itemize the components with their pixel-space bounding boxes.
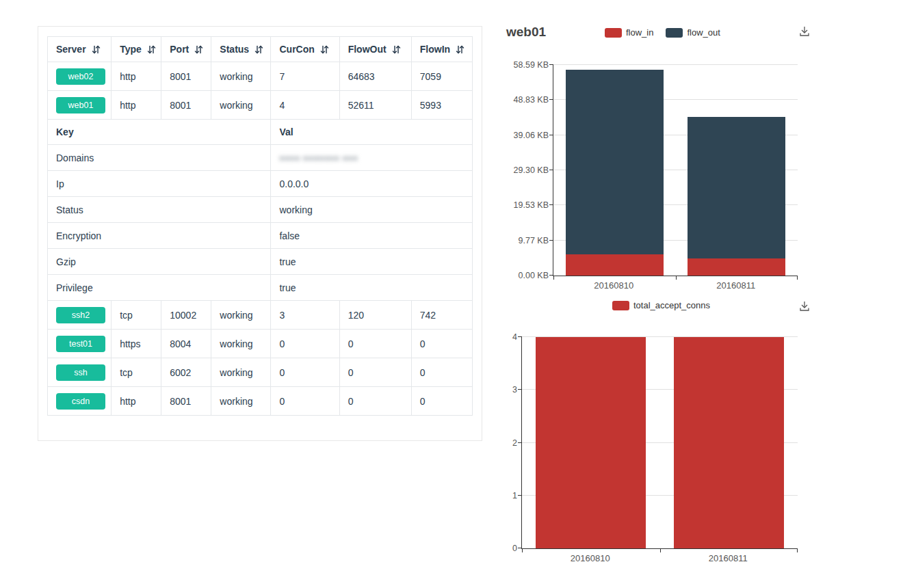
legend-swatch	[666, 28, 683, 38]
status-cell: working	[211, 62, 271, 91]
val-cell: 0.0.0.0	[271, 171, 473, 197]
legend-item-flow_in[interactable]: flow_in	[605, 27, 653, 38]
server-cell: csdn	[48, 387, 112, 416]
column-header-type[interactable]: Type	[112, 37, 161, 62]
x-category-label: 20160810	[553, 280, 675, 291]
flowin-cell: 0	[411, 330, 472, 358]
legend-label: total_accept_conns	[633, 300, 710, 310]
type-cell: http	[112, 91, 161, 120]
download-icon[interactable]	[798, 299, 811, 313]
column-header-curcon[interactable]: CurCon	[271, 37, 339, 62]
flow-chart-plot	[553, 65, 798, 276]
column-label: FlowOut	[348, 44, 387, 55]
sort-icon	[194, 45, 203, 54]
connections-chart: total_accept_conns 01234 201608102016081…	[506, 295, 814, 570]
table-row: web02http8001working7646837059	[48, 62, 473, 91]
flowin-cell: 7059	[411, 62, 472, 91]
legend-label: flow_in	[626, 27, 653, 38]
download-icon[interactable]	[798, 25, 811, 38]
column-header-server[interactable]: Server	[48, 37, 112, 62]
status-cell: working	[211, 387, 271, 416]
flowin-cell: 742	[411, 301, 472, 330]
flowin-cell: 5993	[411, 91, 472, 120]
key-val-row: Ip0.0.0.0	[48, 171, 473, 197]
server-badge[interactable]: test01	[56, 336, 105, 352]
sort-icon	[147, 45, 156, 54]
flowout-cell: 52611	[339, 91, 411, 120]
server-badge[interactable]: ssh	[56, 364, 105, 381]
server-badge[interactable]: web02	[56, 68, 105, 85]
column-header-port[interactable]: Port	[161, 37, 211, 62]
server-badge[interactable]: ssh2	[56, 307, 105, 323]
legend-item-total_accept_conns[interactable]: total_accept_conns	[612, 300, 710, 310]
legend-item-flow_out[interactable]: flow_out	[666, 27, 720, 38]
sort-icon	[320, 45, 329, 54]
column-header-inner: Server	[56, 44, 103, 55]
key-cell: Gzip	[48, 249, 271, 275]
y-tick-label: 39.06 KB	[514, 131, 549, 140]
bar-segment-flow_in[interactable]	[566, 254, 664, 276]
port-cell: 6002	[161, 358, 211, 387]
curcon-cell: 0	[271, 330, 339, 358]
column-header-inner: CurCon	[279, 44, 330, 55]
bar-group	[660, 337, 798, 548]
key-cell: Encryption	[48, 223, 271, 249]
status-cell: working	[211, 301, 271, 330]
port-cell: 8001	[161, 62, 211, 91]
server-cell: web01	[48, 91, 112, 120]
flow-chart-legend: flow_inflow_out	[605, 27, 720, 38]
column-header-flowout[interactable]: FlowOut	[339, 37, 411, 62]
type-cell: tcp	[112, 358, 161, 387]
bar-segment-flow_in[interactable]	[688, 258, 785, 276]
val-cell: true	[271, 275, 473, 301]
bar-groups	[522, 337, 798, 548]
connections-chart-legend: total_accept_conns	[612, 300, 710, 310]
x-tick-mark	[522, 548, 523, 552]
column-header-status[interactable]: Status	[211, 37, 271, 62]
val-cell: working	[271, 197, 473, 223]
column-header-flowin[interactable]: FlowIn	[411, 37, 472, 62]
y-tick-label: 1	[512, 491, 517, 500]
key-cell: Ip	[48, 171, 271, 197]
x-axis-labels: 2016081020160811	[521, 553, 797, 563]
table-header: ServerTypePortStatusCurConFlowOutFlowIn	[48, 37, 473, 62]
chart-title: web01	[506, 25, 546, 40]
x-tick-mark	[797, 548, 798, 552]
flowout-cell: 64683	[339, 62, 411, 91]
bar-segment-total_accept_conns[interactable]	[674, 337, 784, 548]
flowin-cell: 0	[411, 387, 472, 416]
bar-segment-total_accept_conns[interactable]	[536, 337, 646, 548]
y-tick-label: 58.59 KB	[514, 60, 549, 70]
y-axis: 0.00 KB9.77 KB19.53 KB29.30 KB39.06 KB48…	[506, 65, 549, 276]
bar-segment-flow_out[interactable]	[566, 70, 664, 254]
y-tick-label: 0	[512, 544, 517, 553]
server-table: ServerTypePortStatusCurConFlowOutFlowIn …	[47, 36, 473, 416]
column-header-inner: Type	[120, 44, 153, 55]
curcon-cell: 3	[271, 301, 339, 330]
server-badge[interactable]: web01	[56, 97, 105, 113]
table-row: web01http8001working4526115993	[48, 91, 473, 120]
curcon-cell: 4	[271, 91, 339, 120]
flowout-cell: 0	[339, 330, 411, 358]
y-tick-label: 48.83 KB	[514, 95, 549, 105]
bar-segment-flow_out[interactable]	[688, 117, 785, 258]
flowout-cell: 120	[339, 301, 411, 330]
x-category-label: 20160811	[659, 553, 798, 563]
bar-group	[676, 65, 798, 276]
x-category-label: 20160811	[675, 280, 798, 291]
y-tick-label: 3	[512, 385, 517, 395]
type-cell: https	[112, 330, 161, 358]
port-cell: 8001	[161, 387, 211, 416]
x-tick-mark	[676, 276, 677, 280]
x-tick-mark	[660, 548, 661, 552]
dashboard-page: ServerTypePortStatusCurConFlowOutFlowIn …	[0, 0, 916, 588]
x-category-label: 20160810	[521, 553, 659, 563]
legend-swatch	[605, 28, 622, 38]
table-row: sshtcp6002working000	[48, 358, 473, 387]
curcon-cell: 0	[271, 358, 339, 387]
port-cell: 10002	[161, 301, 211, 330]
server-badge[interactable]: csdn	[56, 393, 105, 410]
column-header-inner: FlowIn	[420, 44, 464, 55]
flow-chart: web01 flow_inflow_out 0.00 KB9.77 KB19.5…	[506, 21, 814, 295]
sort-icon	[392, 45, 401, 54]
